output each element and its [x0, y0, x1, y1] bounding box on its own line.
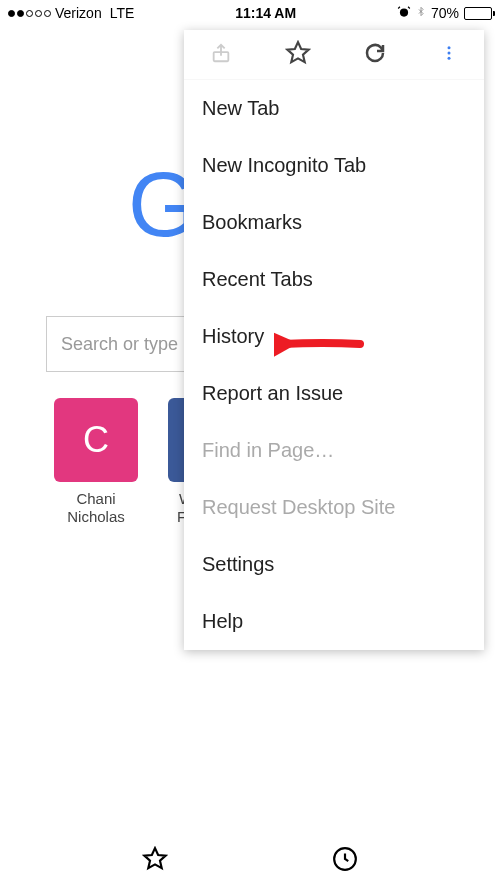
bookmark-label: Nicholas — [67, 508, 125, 525]
battery-pct: 70% — [431, 5, 459, 21]
menu-item-help[interactable]: Help — [202, 593, 466, 650]
status-right: 70% — [397, 4, 492, 22]
menu-item-request-desktop: Request Desktop Site — [202, 479, 466, 536]
menu-item-history[interactable]: History — [202, 308, 466, 365]
bottom-toolbar — [0, 833, 500, 889]
reload-icon[interactable] — [363, 41, 387, 69]
more-icon[interactable] — [440, 44, 458, 66]
bookmark-thumb: C — [54, 398, 138, 482]
bookmark-label: Chani — [76, 490, 115, 507]
menu-toolbar — [184, 30, 484, 80]
network-label: LTE — [110, 5, 135, 21]
bookmark-star-icon[interactable] — [285, 40, 311, 70]
svg-point-2 — [447, 46, 450, 49]
clock: 11:14 AM — [235, 5, 296, 21]
share-icon[interactable] — [210, 42, 232, 68]
menu-item-new-incognito[interactable]: New Incognito Tab — [202, 137, 466, 194]
star-icon[interactable] — [142, 846, 168, 876]
menu-item-find-in-page: Find in Page… — [202, 422, 466, 479]
carrier-label: Verizon — [55, 5, 102, 21]
menu-item-settings[interactable]: Settings — [202, 536, 466, 593]
signal-strength-icon — [8, 10, 51, 17]
bluetooth-icon — [416, 4, 426, 22]
overflow-menu: New Tab New Incognito Tab Bookmarks Rece… — [184, 30, 484, 650]
bookmark-tile[interactable]: C Chani Nicholas — [54, 398, 138, 526]
status-bar: Verizon LTE 11:14 AM 70% — [0, 0, 500, 26]
menu-item-bookmarks[interactable]: Bookmarks — [202, 194, 466, 251]
menu-items: New Tab New Incognito Tab Bookmarks Rece… — [184, 80, 484, 650]
status-left: Verizon LTE — [8, 5, 134, 21]
menu-item-new-tab[interactable]: New Tab — [202, 80, 466, 137]
svg-point-4 — [447, 56, 450, 59]
history-icon[interactable] — [332, 846, 358, 876]
menu-item-report-issue[interactable]: Report an Issue — [202, 365, 466, 422]
battery-icon — [464, 7, 492, 20]
menu-item-recent-tabs[interactable]: Recent Tabs — [202, 251, 466, 308]
svg-point-0 — [400, 8, 408, 16]
svg-point-3 — [447, 51, 450, 54]
alarm-icon — [397, 5, 411, 22]
